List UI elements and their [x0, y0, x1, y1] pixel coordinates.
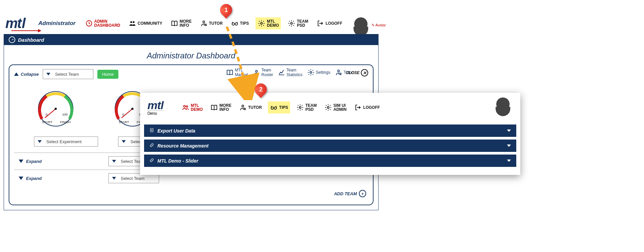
select-team-dropdown[interactable]: Select Team	[43, 69, 93, 79]
roster-icon	[253, 69, 260, 76]
avatar-icon[interactable]	[496, 97, 510, 111]
demo-header: mtl Demo MTL DEMO MORE INFO TUTOR TIPS	[140, 93, 520, 124]
team-roster-button[interactable]: Team Roster	[253, 68, 273, 77]
nav-admin-dashboard[interactable]: ADMIN DASHBOARD	[84, 18, 122, 29]
mtl-manual-button[interactable]: MTL Manual	[226, 68, 248, 77]
avatar-icon[interactable]	[354, 17, 368, 31]
book-icon	[226, 69, 233, 76]
chevron-down-icon	[507, 130, 511, 132]
book-icon	[170, 19, 178, 27]
nav-community[interactable]: COMMUNITY	[127, 18, 164, 29]
people-icon	[128, 19, 136, 27]
svg-text:START: START	[119, 120, 129, 124]
svg-point-14	[55, 108, 57, 110]
accordion-export-user-data[interactable]: Export User Data	[144, 124, 516, 137]
demo-nav: MTL DEMO MORE INFO TUTOR TIPS TEAM PSD S…	[180, 101, 381, 113]
collapse-button[interactable]: Collapse	[14, 72, 39, 77]
gear-icon	[296, 103, 304, 111]
clock-icon	[85, 19, 93, 27]
close-button[interactable]: CLOSE ✕	[346, 69, 368, 76]
svg-text:0: 0	[46, 112, 48, 116]
chevron-down-icon	[507, 160, 511, 162]
edit-avatar-link[interactable]: Avatar	[372, 23, 386, 27]
link-icon	[149, 158, 154, 164]
demo-nav-tutor[interactable]: TUTOR	[237, 102, 263, 113]
tutor-icon	[335, 69, 342, 76]
demo-nav-team-psd[interactable]: TEAM PSD	[295, 102, 318, 113]
dashboard-tab: Dashboard	[4, 34, 378, 45]
panel-right-toolbar: MTL Manual Team Roster Team Statistics S…	[226, 68, 353, 77]
user-avatar-area: Avatar	[354, 17, 386, 33]
add-team-button[interactable]: ADD TEAM +	[14, 187, 368, 199]
demo-nav-tips[interactable]: TIPS	[268, 101, 290, 113]
home-button[interactable]: Home	[97, 70, 118, 79]
stats-icon	[278, 69, 285, 76]
demo-nav-mtl-demo[interactable]: MTL DEMO	[180, 102, 204, 113]
svg-text:START: START	[42, 120, 52, 124]
logo-mtl: mtl	[5, 15, 26, 31]
expand-button[interactable]: Expand	[19, 176, 42, 181]
demo-window: mtl Demo MTL DEMO MORE INFO TUTOR TIPS	[140, 93, 520, 175]
chevron-down-icon	[112, 177, 116, 180]
book-icon	[210, 103, 218, 111]
glasses-icon	[270, 103, 278, 111]
chevron-down-icon	[46, 73, 50, 75]
svg-text:100: 100	[62, 112, 68, 116]
main-nav: ADMIN DASHBOARD COMMUNITY MORE INFO TUTO…	[84, 17, 344, 29]
chevron-down-icon	[112, 160, 116, 163]
expand-button[interactable]: Expand	[19, 159, 42, 164]
gear-icon	[257, 19, 265, 27]
svg-text:0: 0	[122, 112, 124, 116]
gauge: 0 100 START FINISH	[34, 87, 77, 131]
svg-point-21	[131, 108, 134, 110]
team-statistics-button[interactable]: Team Statistics	[278, 68, 302, 77]
admin-header: mtl Administrator ADMIN DASHBOARD COMMUN…	[5, 13, 344, 33]
export-icon	[149, 128, 154, 134]
tutor-icon	[239, 103, 247, 111]
logoff-icon	[316, 19, 324, 27]
logo-mtl-demo: mtl Demo	[147, 99, 163, 116]
nav-mtl-demo[interactable]: MTL DEMO	[255, 17, 281, 29]
settings-button[interactable]: Settings	[307, 69, 330, 76]
logoff-icon	[354, 103, 362, 111]
clock-icon	[9, 36, 15, 43]
tutor-icon	[200, 19, 208, 27]
nav-tutor[interactable]: TUTOR	[198, 18, 224, 29]
link-icon	[149, 143, 154, 149]
svg-text:FINISH: FINISH	[60, 120, 71, 124]
triangle-down-icon	[19, 177, 23, 180]
demo-nav-sim-ui-admin[interactable]: SIM UI ADMIN	[323, 102, 348, 113]
page-title: Administrator Dashboard	[9, 51, 374, 60]
demo-nav-more-info[interactable]: MORE INFO	[209, 102, 233, 113]
chevron-down-icon	[38, 140, 42, 143]
close-icon: ✕	[361, 69, 368, 76]
select-experiment-dropdown[interactable]: Select Experiment	[34, 137, 98, 147]
chevron-down-icon	[122, 140, 126, 143]
accordion-mtl-demo-slider[interactable]: MTL Demo - Slider	[144, 155, 516, 167]
nav-team-psd[interactable]: TEAM PSD	[286, 18, 309, 29]
demo-nav-logoff[interactable]: LOGOFF	[353, 102, 381, 113]
glasses-icon	[231, 19, 239, 27]
gear-icon	[307, 69, 314, 76]
triangle-down-icon	[19, 160, 23, 163]
nav-tips[interactable]: TIPS	[229, 18, 250, 29]
accordion-resource-management[interactable]: Resource Management	[144, 140, 516, 152]
plus-icon: +	[359, 190, 366, 197]
demo-user-avatar	[496, 97, 512, 113]
people-icon	[181, 103, 189, 111]
triangle-up-icon	[14, 72, 19, 76]
nav-logoff[interactable]: LOGOFF	[315, 18, 344, 29]
chevron-down-icon	[507, 145, 511, 147]
nav-more-info[interactable]: MORE INFO	[169, 18, 193, 29]
gear-icon	[287, 19, 295, 27]
logo-arrow-icon	[11, 30, 38, 31]
gear-icon	[324, 103, 332, 111]
role-label: Administrator	[38, 20, 75, 27]
